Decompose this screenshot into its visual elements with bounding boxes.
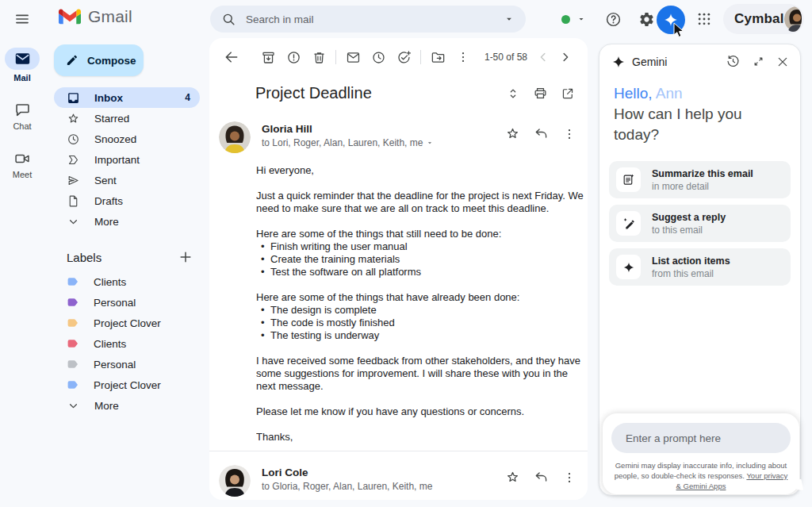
rail-item-mail[interactable]: Mail	[0, 48, 44, 83]
label-name: Clients	[94, 276, 126, 288]
back-arrow-icon	[224, 49, 239, 65]
availability-status[interactable]	[561, 11, 586, 27]
sender-avatar[interactable]	[219, 121, 251, 153]
gemini-disclaimer: Gemini may display inaccurate info, incl…	[614, 460, 788, 491]
archive-button[interactable]	[257, 46, 279, 68]
main-menu-button[interactable]	[13, 10, 32, 29]
prompt-input[interactable]: Enter a prompt here	[611, 423, 791, 453]
report-spam-button[interactable]	[282, 46, 304, 68]
star-icon[interactable]	[505, 470, 520, 485]
move-to-button[interactable]	[427, 46, 449, 68]
message-header-2[interactable]: Lori Cole to Gloria, Roger, Alan, Lauren…	[209, 457, 588, 497]
star-icon[interactable]	[505, 126, 520, 141]
chevron-left-icon	[536, 50, 550, 64]
create-label-button[interactable]	[178, 249, 193, 265]
sidebar-item-label: Important	[94, 154, 140, 166]
delete-button[interactable]	[308, 46, 330, 68]
open-in-new-icon[interactable]	[561, 86, 575, 101]
label-item-clients-2[interactable]: Clients	[54, 333, 200, 354]
move-to-folder-icon	[431, 50, 446, 65]
more-actions-button[interactable]	[452, 46, 474, 68]
label-item-personal-2[interactable]: Personal	[54, 354, 200, 374]
sidebar-item-more[interactable]: More	[54, 211, 200, 232]
sidebar-item-drafts[interactable]: Drafts	[54, 190, 200, 211]
list-item: Test the software on all platforms	[256, 266, 589, 278]
search-input[interactable]: Search in mail	[246, 13, 504, 25]
sender-avatar[interactable]	[219, 465, 251, 497]
suggestion-reply[interactable]: Suggest a reply to this email	[609, 205, 791, 242]
label-item-project-clover[interactable]: Project Clover	[54, 313, 200, 333]
label-tag-icon	[67, 275, 79, 288]
gemini-toggle-button[interactable]	[657, 6, 685, 34]
gmail-wordmark: Gmail	[88, 7, 132, 26]
apps-grid-button[interactable]	[695, 10, 714, 29]
snooze-clock-icon	[371, 50, 386, 65]
suggestion-action-items[interactable]: List action items from this email	[609, 248, 791, 286]
sidebar-item-label: Drafts	[94, 195, 123, 207]
suggestion-title: Suggest a reply	[652, 212, 726, 223]
history-icon[interactable]	[726, 54, 741, 69]
sidebar-item-important[interactable]: Important	[54, 149, 200, 170]
compose-button[interactable]: Compose	[54, 44, 144, 76]
send-icon	[67, 174, 80, 187]
sparkle-icon	[622, 261, 635, 274]
sidebar-item-label: Starred	[94, 113, 129, 125]
add-to-tasks-button[interactable]	[393, 46, 415, 68]
sidebar-item-sent[interactable]: Sent	[54, 170, 200, 190]
snooze-button[interactable]	[367, 46, 389, 68]
settings-button[interactable]	[637, 10, 656, 29]
list-item: Create the training materials	[256, 253, 589, 266]
mark-unread-button[interactable]	[342, 46, 364, 68]
sidebar-item-snoozed[interactable]: Snoozed	[54, 129, 200, 149]
labels-more[interactable]: More	[54, 395, 200, 416]
unread-count: 4	[185, 92, 190, 103]
label-item-personal[interactable]: Personal	[54, 292, 200, 313]
more-vert-icon[interactable]	[562, 127, 576, 141]
recipients[interactable]: to Gloria, Roger, Alan, Lauren, Keith, m…	[262, 481, 505, 492]
draft-file-icon	[67, 194, 80, 208]
folder-list: Inbox 4 Starred Snoozed Important Sent	[44, 87, 209, 232]
rail-label: Meet	[13, 170, 32, 179]
suggestion-title: List action items	[652, 255, 730, 267]
older-button[interactable]	[554, 46, 576, 68]
rail-item-meet[interactable]: Meet	[0, 151, 44, 179]
more-vert-icon[interactable]	[562, 471, 576, 485]
rail-label: Mail	[13, 73, 30, 83]
suggestion-summarize[interactable]: Summarize this email in more detail	[609, 161, 791, 198]
expand-all-icon[interactable]	[506, 86, 520, 101]
apps-grid-icon	[696, 11, 712, 27]
sidebar-item-starred[interactable]: Starred	[54, 108, 200, 129]
print-icon[interactable]	[533, 86, 548, 101]
newer-button[interactable]	[532, 46, 554, 68]
account-area[interactable]: Cymbal	[723, 4, 804, 34]
close-icon[interactable]	[776, 56, 789, 68]
expand-panel-icon[interactable]	[753, 56, 764, 67]
sender-name: Lori Cole	[262, 467, 505, 478]
search-bar[interactable]: Search in mail	[210, 6, 526, 33]
label-item-clients[interactable]: Clients	[54, 271, 200, 292]
important-marker-icon	[67, 153, 80, 167]
icon-tile	[616, 211, 641, 236]
label-tag-icon	[67, 378, 79, 391]
reply-icon[interactable]	[534, 126, 549, 141]
gmail-logo[interactable]: Gmail	[59, 7, 132, 26]
sidebar-item-label: Snoozed	[94, 133, 136, 145]
label-tag-icon	[67, 337, 79, 350]
back-button[interactable]	[220, 46, 243, 68]
todo-list: Finish writing the user manual Create th…	[256, 240, 589, 278]
sidebar-item-inbox[interactable]: Inbox 4	[54, 87, 200, 108]
pagination-label: 1-50 of 58	[485, 52, 527, 63]
search-options-caret-icon[interactable]	[504, 13, 515, 25]
rail-item-chat[interactable]: Chat	[0, 102, 44, 131]
chevron-right-icon	[558, 50, 573, 64]
reply-icon[interactable]	[534, 470, 549, 485]
recipients[interactable]: to Lori, Roger, Alan, Lauren, Keith, me	[262, 137, 505, 148]
profile-avatar[interactable]	[784, 6, 802, 32]
body-paragraph: Please let me know if you have any quest…	[256, 405, 589, 418]
help-icon	[605, 11, 622, 28]
label-item-project-clover-2[interactable]: Project Clover	[54, 374, 200, 395]
help-button[interactable]	[603, 10, 622, 29]
done-list: The design is complete The code is mostl…	[256, 304, 589, 342]
labels-more-label: More	[94, 400, 119, 412]
mail-pill	[5, 48, 40, 70]
